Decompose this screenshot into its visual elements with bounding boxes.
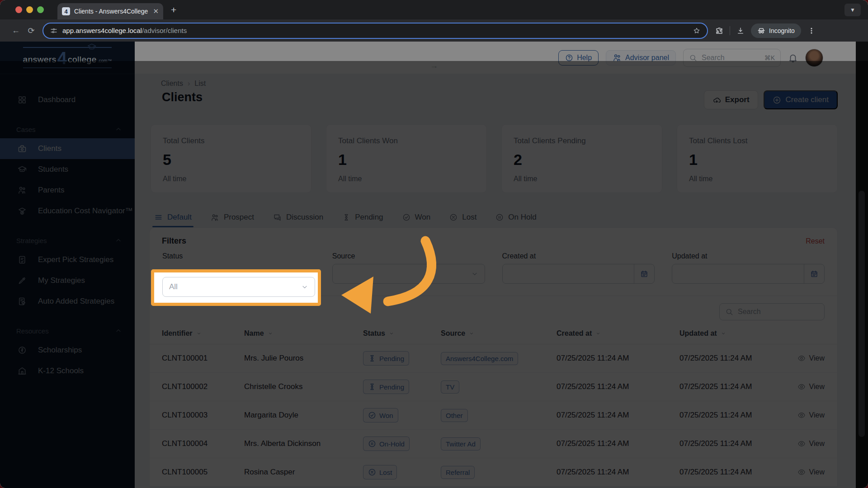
new-tab-button[interactable]: + [171, 5, 176, 15]
incognito-icon [757, 27, 765, 35]
window-close-button[interactable] [15, 6, 22, 13]
browser-tabstrip: 4 Clients - Answers4College ✕ + ▼ [0, 0, 868, 19]
window-minimize-button[interactable] [26, 6, 33, 13]
site-favicon: 4 [62, 7, 70, 15]
dim-overlay [0, 42, 868, 488]
status-select-value: All [169, 282, 178, 291]
downloads-icon[interactable] [736, 27, 745, 35]
browser-toolbar: ← → ⟳ app.answers4college.local /advisor… [0, 19, 868, 42]
status-filter-spotlight: All [151, 269, 321, 306]
incognito-label: Incognito [769, 27, 795, 34]
reload-button[interactable]: ⟳ [24, 26, 39, 36]
site-settings-icon[interactable] [50, 27, 58, 35]
toolbar-divider [730, 26, 730, 35]
toolbar-actions: Incognito [715, 23, 816, 38]
incognito-badge: Incognito [751, 23, 801, 38]
status-select[interactable]: All [162, 277, 315, 297]
browser-tab[interactable]: 4 Clients - Answers4College ✕ [57, 3, 163, 19]
bookmark-star-icon[interactable] [693, 27, 701, 35]
tab-close-icon[interactable]: ✕ [153, 7, 159, 15]
window-controls [15, 6, 44, 13]
window-zoom-button[interactable] [37, 6, 44, 13]
url-text: app.answers4college.local [62, 27, 142, 34]
back-button[interactable]: ← [8, 26, 24, 35]
tab-list-chevron-icon[interactable]: ▼ [844, 4, 861, 16]
tab-title: Clients - Answers4College [74, 8, 150, 15]
chevron-down-icon [301, 283, 308, 291]
extensions-icon[interactable] [715, 27, 723, 35]
browser-window: 4 Clients - Answers4College ✕ + ▼ ← → ⟳ … [0, 0, 868, 488]
url-path-text: /advisor/clients [142, 27, 187, 34]
url-bar[interactable]: app.answers4college.local /advisor/clien… [42, 23, 708, 39]
browser-menu-icon[interactable] [807, 27, 816, 35]
